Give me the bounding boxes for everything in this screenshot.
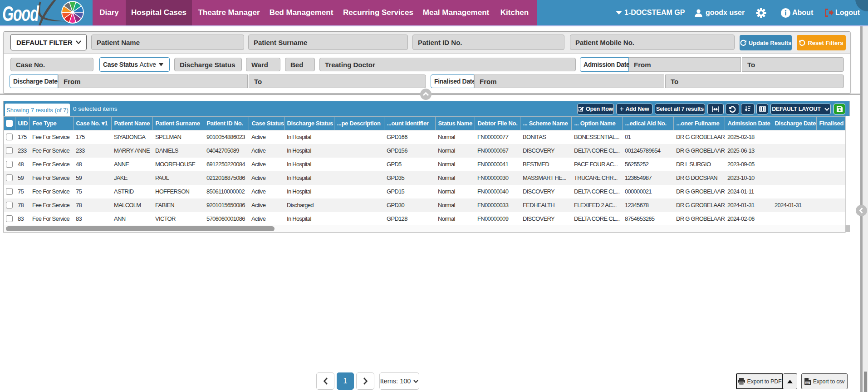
svg-text:csv: csv <box>805 382 810 384</box>
